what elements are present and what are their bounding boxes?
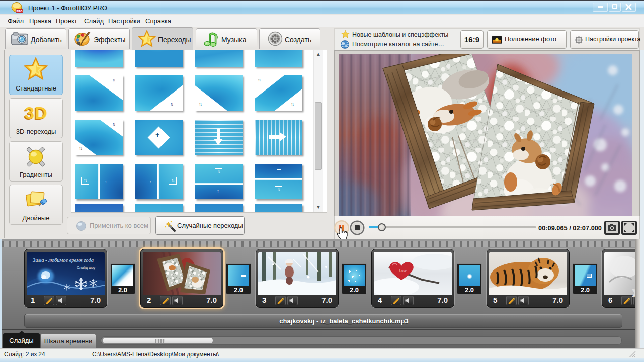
- svg-text:PRO: PRO: [17, 10, 23, 13]
- svg-text:Слайд-шоу: Слайд-шоу: [77, 266, 96, 270]
- svg-text:Зима - любимое время года: Зима - любимое время года: [33, 257, 94, 263]
- svg-text:Love: Love: [398, 268, 407, 273]
